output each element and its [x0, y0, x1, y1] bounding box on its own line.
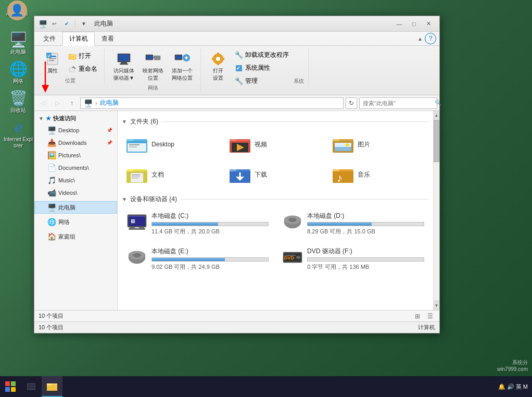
search-input[interactable] [363, 100, 435, 106]
breadcrumb: 🖥️ › 此电脑 [84, 98, 119, 107]
sidebar-item-network[interactable]: 🌐 网络 [34, 216, 117, 228]
sidebar-this-pc-label: 此电脑 [58, 204, 75, 212]
desktop-icon-network[interactable]: 🌐 网络 [2, 58, 35, 86]
back-btn[interactable]: ◁ [36, 97, 49, 109]
qa-dropdown-btn[interactable]: ▼ [79, 19, 89, 29]
videos-folder-icon: 📹 [47, 189, 56, 197]
rename-btn[interactable]: 重命名 [66, 63, 100, 75]
folder-item-downloads[interactable]: 下载 [225, 160, 326, 189]
manage-btn[interactable]: 🔧 管理 [232, 75, 292, 87]
sidebar-item-downloads[interactable]: 📥 Downloads 📌 [34, 137, 117, 149]
svg-marker-36 [126, 139, 134, 141]
folder-item-documents[interactable]: 文档 [122, 160, 223, 189]
drive-bar-f [307, 257, 424, 262]
sidebar-item-downloads-label: Downloads [58, 140, 86, 146]
maximize-btn[interactable]: □ [407, 19, 421, 29]
breadcrumb-bar[interactable]: 🖥️ › 此电脑 [80, 97, 344, 109]
svg-rect-69 [129, 216, 145, 217]
pin-icon-downloads: 📌 [107, 140, 112, 145]
tab-view[interactable]: 查看 [95, 32, 121, 46]
add-network-btn[interactable]: 添加一个 网络位置 [168, 49, 196, 83]
large-icons-view-btn[interactable]: ⊞ [412, 312, 423, 321]
folder-icon-music: ♪ [333, 164, 353, 185]
scroll-down-btn[interactable]: ▼ [434, 301, 439, 310]
sidebar-item-desktop-label: Desktop [58, 127, 79, 133]
help-btn[interactable]: ? [425, 33, 436, 44]
taskbar-search-btn[interactable] [21, 376, 42, 397]
title-bar: 🖥️ ↩ ✔ ▼ 此电脑 — □ ✕ [34, 16, 439, 32]
taskbar-sys-icons: 🔔 🔊 英 M [498, 383, 528, 391]
properties-btn[interactable]: ✔ 属性 [41, 49, 65, 76]
pictures-folder-icon: 🖼️ [47, 151, 56, 159]
taskbar-file-explorer-btn[interactable] [42, 376, 62, 397]
sidebar-item-videos[interactable]: 📹 Videos\ [34, 187, 117, 199]
start-button[interactable] [0, 376, 21, 397]
drive-icon-c: ⊞ [126, 212, 147, 232]
svg-rect-64 [333, 171, 353, 183]
ribbon-collapse-btn[interactable]: ▲ [417, 36, 423, 42]
network-group-label: 网络 [148, 84, 158, 92]
search-icon: 🔍 [435, 100, 442, 106]
map-network-btn[interactable]: 映射网络 位置 [139, 49, 167, 83]
drive-icon-d [282, 212, 303, 232]
drive-item-e[interactable]: 本地磁盘 (E:) 9.02 GB 可用，共 24.9 GB [122, 243, 273, 275]
folder-item-pictures[interactable]: 图片 [328, 130, 429, 158]
svg-marker-47 [333, 139, 340, 141]
forward-btn[interactable]: ▷ [51, 97, 64, 109]
up-btn[interactable]: ↑ [66, 97, 78, 109]
desktop-icon-recycle[interactable]: 🗑️ 回收站 [2, 88, 35, 116]
quick-access-header[interactable]: ▼ ★ 快速访问 [34, 113, 117, 124]
tab-computer[interactable]: 计算机 [62, 32, 95, 46]
svg-rect-91 [27, 383, 35, 390]
qa-check-btn[interactable]: ✔ [61, 19, 72, 29]
search-bar[interactable]: 🔍 [359, 97, 437, 109]
qa-undo-btn[interactable]: ↩ [49, 19, 59, 29]
svg-rect-56 [132, 176, 140, 177]
folder-icon-desktop [126, 134, 147, 155]
minimize-btn[interactable]: — [392, 19, 406, 29]
breadcrumb-this-pc[interactable]: 此电脑 [100, 98, 119, 107]
quick-access-section: ▼ ★ 快速访问 🖥️ Desktop 📌 📥 Downloads 📌 🖼️ P… [34, 113, 117, 199]
sys-props-btn[interactable]: ✔ 系统属性 [232, 62, 292, 74]
sys-props-icon: ✔ [235, 64, 243, 72]
documents-folder-icon: 📄 [47, 164, 56, 172]
drive-item-d[interactable]: 本地磁盘 (D:) 8.29 GB 可用，共 15.0 GB [277, 208, 429, 239]
folders-section-title: 文件夹 (6) [130, 117, 158, 126]
drive-info-d: 本地磁盘 (D:) 8.29 GB 可用，共 15.0 GB [307, 212, 424, 235]
refresh-btn[interactable]: ↻ [346, 97, 357, 109]
svg-marker-94 [47, 383, 52, 386]
sidebar-item-music[interactable]: 🎵 Music\ [34, 174, 117, 187]
taskbar: 🔔 🔊 英 M [0, 376, 532, 397]
desktop-icon-ie[interactable]: ℯ Internet Explorer [2, 117, 35, 151]
sidebar-item-documents[interactable]: 📄 Documents\ [34, 162, 117, 174]
list-view-btn[interactable]: ☰ [425, 312, 435, 321]
scrollbar[interactable]: ▲ ▼ [433, 111, 439, 310]
folders-expand-icon[interactable]: ▼ [122, 119, 127, 125]
folders-grid: Desktop 视频 [122, 130, 429, 189]
drive-item-f[interactable]: DVD DVD 驱动器 (F:) 0 字节 可用，共 136 MB [277, 243, 429, 275]
scroll-up-btn[interactable]: ▲ [434, 111, 439, 120]
sidebar-item-homegroup[interactable]: 🏠 家庭组 [34, 230, 117, 243]
open-btn[interactable]: 打开 [66, 50, 100, 62]
drive-info-e: 本地磁盘 (E:) 9.02 GB 可用，共 24.9 GB [151, 247, 269, 271]
drive-item-c[interactable]: ⊞ 本地磁盘 (C:) 11.4 GB 可用，共 20.0 GB [122, 208, 273, 239]
sidebar-item-pictures[interactable]: 🖼️ Pictures\ [34, 149, 117, 162]
folder-item-music[interactable]: ♪ 音乐 [328, 160, 429, 189]
open-settings-btn[interactable]: 打开 设置 [206, 49, 230, 83]
desktop-icon-this-pc[interactable]: 🖥️ 此电脑 [2, 29, 35, 57]
close-btn[interactable]: ✕ [422, 19, 435, 29]
folder-item-desktop[interactable]: Desktop [122, 130, 223, 158]
sidebar-item-this-pc[interactable]: 🖥️ 此电脑 [34, 201, 117, 214]
tab-file[interactable]: 文件 [36, 32, 62, 46]
access-media-btn[interactable]: 访问媒体 驱动器▼ [110, 49, 138, 83]
ribbon-group-network: 访问媒体 驱动器▼ 映射网络 位置 [106, 48, 201, 93]
folder-icon-videos [230, 134, 250, 155]
sidebar-item-desktop[interactable]: 🖥️ Desktop 📌 [34, 124, 117, 137]
scroll-thumb[interactable] [434, 120, 439, 162]
sidebar-item-documents-label: Documents\ [58, 165, 89, 171]
uninstall-btn[interactable]: 🔧 卸载或更改程序 [232, 49, 292, 61]
drives-expand-icon[interactable]: ▼ [122, 196, 127, 202]
status-right: ⊞ ☰ [412, 312, 435, 321]
drive-space-e: 9.02 GB 可用，共 24.9 GB [151, 263, 269, 271]
folder-item-videos[interactable]: 视频 [225, 130, 326, 158]
